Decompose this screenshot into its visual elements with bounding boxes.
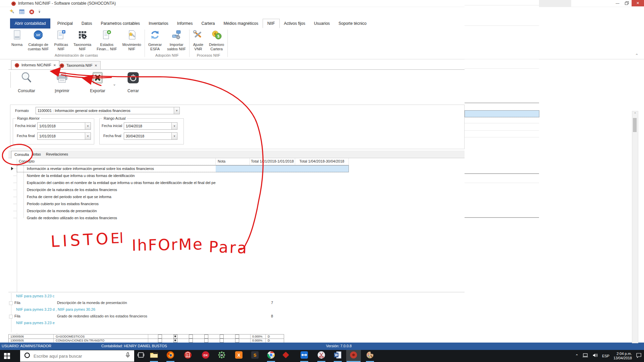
menu-tab-cartera[interactable]: Cartera [197, 19, 219, 28]
menu-tab-soporte-t-cnico[interactable]: Soporte técnico [334, 19, 371, 28]
cerrar-button[interactable]: Cerrar [120, 71, 146, 93]
taskbar-app-sublime-text[interactable]: S [248, 350, 262, 361]
ribbon-button-deterioro-cartera[interactable]: €$Deterioro Cartera [206, 28, 227, 53]
menu-tab-inventarios[interactable]: Inventarios [144, 19, 173, 28]
ribbon-button-estados-finan-niif[interactable]: Estados Finan... NIIF [94, 28, 120, 53]
tray-expand-icon[interactable]: ⌃ [575, 354, 579, 358]
account-checkbox[interactable] [235, 335, 239, 339]
fecha-final-actual-field[interactable]: 30/04/2018 ▾ [124, 132, 177, 140]
grid-row[interactable]: Explicación del cambio en el nombre de l… [17, 179, 349, 186]
taskbar-app-task-view[interactable] [133, 350, 148, 361]
grid-column-header-total-1-01-2018-1-01-2018[interactable]: Total 1/01/2018-1/01/2018 [250, 158, 295, 165]
account-checkbox[interactable] [158, 335, 162, 339]
scrollbar-thumb[interactable] [633, 118, 637, 132]
ribbon-button-catalogo-de-cuentas-niif[interactable]: NIIFCatalogo de cuentas NIIF [25, 28, 51, 53]
imprimir-button[interactable]: Imprimir [49, 71, 75, 93]
taskbar-app-red-diamond-app[interactable] [278, 350, 293, 361]
table-icon[interactable] [19, 9, 25, 15]
tree-node-box[interactable] [9, 301, 13, 305]
taskbar-app-word[interactable]: W [330, 350, 345, 361]
grid-column-header-total-1-04-2018-30-04-2018[interactable]: Total 1/04/2018-30/04/2018 [295, 158, 349, 165]
ribbon-button-ajuste-vnr[interactable]: Ajuste VNR [190, 28, 206, 53]
niif-reference-link[interactable]: NIIF para pymes 3.23 c [16, 293, 54, 299]
microphone-icon[interactable] [125, 352, 130, 360]
taskbar-app-paint[interactable] [363, 350, 377, 361]
taskbar-app-sohoconta[interactable] [346, 350, 361, 361]
taskbar-app-dx-app[interactable]: DX [198, 350, 213, 361]
menu-tab-activos-fijos[interactable]: Activos fijos [280, 19, 310, 28]
minimize-button[interactable]: — [612, 0, 623, 6]
network-icon[interactable] [583, 353, 589, 359]
menu-tab-niif[interactable]: NIIF [263, 19, 280, 28]
account-checkbox[interactable] [235, 339, 239, 343]
account-checkbox[interactable] [204, 335, 208, 339]
chevron-down-icon[interactable]: ▾ [174, 107, 179, 114]
tree-node-box[interactable] [9, 315, 13, 318]
account-checkbox[interactable] [220, 335, 224, 339]
volume-icon[interactable] [593, 353, 598, 359]
account-checkbox[interactable] [220, 339, 224, 343]
ribbon-button-movimiento-niif[interactable]: Movimiento NIIF [120, 28, 144, 53]
search-input[interactable] [33, 353, 125, 359]
close-button[interactable]: ✕ [632, 0, 644, 6]
niif-reference-link[interactable]: NIIF para pymes 3.23 e [16, 320, 55, 326]
close-tab-icon[interactable]: ✕ [95, 64, 97, 67]
consultar-button[interactable]: Consultar [13, 71, 40, 93]
clock[interactable]: 2:04 p.m. 13/04/2018 [613, 352, 632, 360]
ribbon-button-taxonomia-niif[interactable]: Taxonomia NIIF [71, 28, 94, 53]
grid-column-header-nota[interactable]: Nota [216, 158, 250, 165]
grid-row[interactable]: Fecha de cierre del periodo sobre el que… [17, 193, 349, 200]
view-tab-revelaciones[interactable]: Revelaciones [43, 151, 71, 158]
menu-tab-datos[interactable]: Datos [77, 19, 96, 28]
document-tab-informes-nic-niif[interactable]: Informes NIC/NIIF✕ [11, 60, 59, 69]
document-tab-taxonom-a-niif[interactable]: Taxonomía NIIF✕ [56, 61, 101, 70]
taskbar-app-teamviewer[interactable] [297, 350, 312, 361]
chevron-down-icon[interactable]: ▾ [85, 123, 91, 129]
fecha-final-anterior-field[interactable]: 1/01/2018 ▾ [37, 132, 91, 140]
exportar-button[interactable]: Exportar [85, 71, 111, 93]
menu-tab-parametros-contables[interactable]: Parametros contables [96, 19, 144, 28]
account-checkbox[interactable] [173, 339, 177, 343]
abrir-contabilidad-button[interactable]: Abrir contabilidad [10, 18, 50, 28]
chevron-down-icon[interactable]: ⌄ [113, 82, 116, 86]
taskbar-app-chrome[interactable] [264, 350, 278, 361]
grid-row[interactable]: Descripción de la moneda de presentación [17, 207, 349, 215]
menu-tab-usuarios[interactable]: Usuarios [310, 19, 334, 28]
chevron-down-icon[interactable]: ▾ [85, 133, 91, 139]
wizard-icon[interactable] [9, 9, 15, 15]
account-checkbox[interactable] [204, 339, 208, 343]
taskbar-search[interactable] [20, 350, 134, 362]
chevron-down-icon[interactable]: ▾ [171, 123, 177, 129]
account-checkbox[interactable] [158, 339, 162, 343]
grid-column-header-concepto[interactable]: Concepto [17, 158, 216, 165]
cancel-icon[interactable] [29, 9, 35, 15]
language-indicator[interactable]: ESP [602, 354, 609, 358]
account-checkbox[interactable] [173, 335, 177, 339]
niif-reference-link[interactable]: NIIF para pymes 3.23 d , NIIF para pymes… [16, 306, 95, 313]
start-button[interactable] [4, 353, 10, 360]
taskbar-app-ib-app[interactable]: IB [214, 350, 229, 361]
fecha-inicial-anterior-field[interactable]: 1/01/2018 ▾ [37, 122, 91, 130]
menu-tab-principal[interactable]: Principal [53, 19, 77, 28]
ribbon-button-importar-saldos-niif[interactable]: Importar saldos NIIF [164, 28, 189, 53]
view-tab-consulta[interactable]: Consulta [11, 151, 32, 159]
menu-tab-m-dios-magn-ticos[interactable]: Médios magnéticos [219, 19, 263, 28]
formato-select[interactable]: 1100001 : Información general sobre esta… [36, 107, 180, 114]
grid-row[interactable]: Grado de redondeo utilizado en los estad… [17, 215, 349, 222]
taskbar-app-bank-app[interactable] [180, 350, 195, 361]
restore-button[interactable] [622, 0, 632, 6]
qat-more-icon[interactable]: ▾ [39, 10, 40, 14]
ribbon-button-norma[interactable]: Norma [9, 28, 25, 53]
close-tab-icon[interactable]: ✕ [53, 63, 56, 67]
account-checkbox[interactable] [189, 335, 193, 339]
vertical-scrollbar[interactable]: ⌃ [632, 111, 638, 343]
fecha-inicial-actual-field[interactable]: 1/04/2018 ▾ [124, 122, 177, 130]
taskbar-app-snipping-tool[interactable] [314, 350, 329, 361]
ribbon-button-pol-ticas-niif[interactable]: Políticas NIIF [51, 28, 71, 53]
chevron-down-icon[interactable]: ▾ [171, 133, 177, 139]
taskbar-app-xampp[interactable]: X [231, 350, 246, 361]
grid-row[interactable]: Descripción de la naturaleza de los esta… [17, 186, 349, 193]
taskbar-app-firefox[interactable] [163, 350, 178, 361]
ribbon-button-generar-esfa[interactable]: Generar ESFA [146, 28, 164, 53]
grid-row[interactable]: Periodo cubierto por los estados financi… [17, 200, 349, 207]
